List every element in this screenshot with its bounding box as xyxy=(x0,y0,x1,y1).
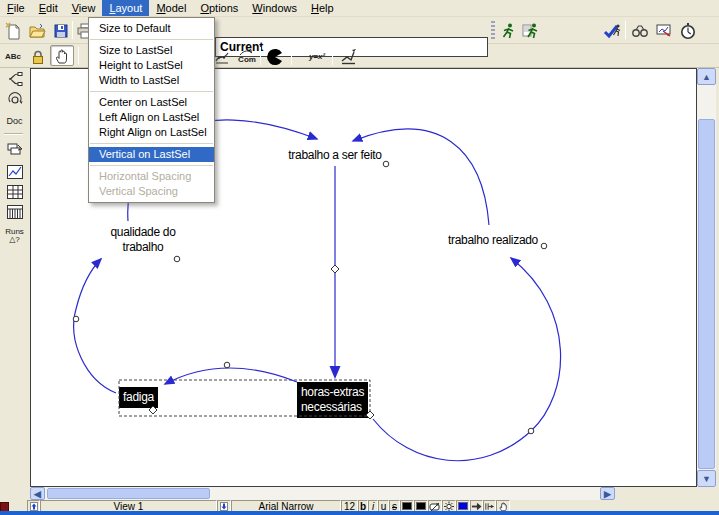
scroll-down-icon[interactable]: ▼ xyxy=(697,470,716,487)
causes-strip-icon[interactable] xyxy=(3,140,26,159)
table-time-icon[interactable] xyxy=(3,202,26,221)
menu-item-center-on-lastsel[interactable]: Center on LastSel xyxy=(89,95,214,110)
handle-circle[interactable] xyxy=(224,362,230,368)
arrow-horas-to-realizado[interactable] xyxy=(373,258,561,461)
equation-tool-icon[interactable]: y=x² xyxy=(306,46,328,67)
handle-circle[interactable] xyxy=(528,428,534,434)
menu-help[interactable]: Help xyxy=(304,0,341,16)
menu-file[interactable]: File xyxy=(0,0,32,16)
toolbar-separator xyxy=(291,47,292,65)
menu-separator xyxy=(90,143,213,144)
graph-tool-icon[interactable] xyxy=(3,162,26,181)
sketch-comment-tool-icon[interactable]: Com xyxy=(236,46,258,67)
menu-separator xyxy=(90,39,213,40)
vscroll-thumb[interactable] xyxy=(698,119,715,469)
toolbar-separator xyxy=(332,47,333,65)
menu-bar: File Edit View Layout Model Options Wind… xyxy=(0,0,719,17)
horizontal-scrollbar[interactable]: ◀ ▶ xyxy=(30,487,615,500)
runs-compare-icon[interactable]: Runs △? xyxy=(3,224,26,248)
window-bottom-border xyxy=(0,511,719,515)
node-trabalho-realizado[interactable]: trabalho realizado xyxy=(441,233,545,248)
sidebar-separator xyxy=(4,133,23,135)
run-batch-icon[interactable] xyxy=(520,20,542,41)
application-window: File Edit View Layout Model Options Wind… xyxy=(0,0,719,515)
handle-diamond[interactable] xyxy=(331,265,339,273)
node-horas-extras-selected[interactable]: horas-extras necessárias xyxy=(297,382,368,418)
check-model-icon[interactable] xyxy=(601,20,623,41)
arrow-fadiga-to-qualidade[interactable] xyxy=(74,259,116,393)
table-tool-icon[interactable] xyxy=(3,182,26,201)
synthesim-icon[interactable] xyxy=(629,20,651,41)
menu-item-vertical-spacing[interactable]: Vertical Spacing xyxy=(89,184,214,199)
toolbar-grip[interactable] xyxy=(491,21,495,39)
scroll-up-icon[interactable]: ▲ xyxy=(697,68,716,85)
scroll-right-icon[interactable]: ▶ xyxy=(600,487,615,500)
menu-item-left-align-on-lastsel[interactable]: Left Align on LastSel xyxy=(89,110,214,125)
menu-item-size-to-lastsel[interactable]: Size to LastSel xyxy=(89,43,214,58)
node-label-line: qualidade do xyxy=(97,225,189,240)
node-label-line: necessárias xyxy=(301,400,364,415)
node-trabalho-a-ser-feito[interactable]: trabalho a ser feito xyxy=(281,148,389,163)
menu-separator xyxy=(90,165,213,166)
input-output-tool-icon[interactable] xyxy=(212,46,234,67)
menu-item-width-to-lastsel[interactable]: Width to LastSel xyxy=(89,73,214,88)
toolbar-separator xyxy=(72,21,73,39)
scroll-left-icon[interactable]: ◀ xyxy=(30,487,45,500)
arrow-realizado-to-trabalho[interactable] xyxy=(353,129,489,225)
menu-separator xyxy=(90,91,213,92)
lock-tool-icon[interactable] xyxy=(27,46,49,67)
menu-item-height-to-lastsel[interactable]: Height to LastSel xyxy=(89,58,214,73)
analysis-sidebar: Doc Runs △? xyxy=(0,68,30,487)
toolbar-separator xyxy=(625,21,626,39)
node-label-line: horas-extras xyxy=(301,385,364,400)
handle-circle[interactable] xyxy=(73,316,79,322)
output-window-icon[interactable] xyxy=(653,20,675,41)
run-simulation-icon[interactable] xyxy=(497,20,519,41)
causes-tree-icon[interactable] xyxy=(3,69,26,88)
arrowhead-down xyxy=(330,366,341,379)
handle-circle[interactable] xyxy=(174,256,180,262)
menu-options[interactable]: Options xyxy=(193,0,245,16)
menu-windows[interactable]: Windows xyxy=(245,0,304,16)
layout-dropdown-menu: Size to Default Size to LastSel Height t… xyxy=(88,17,215,203)
vertical-scrollbar[interactable]: ▲ ▼ xyxy=(697,68,716,487)
toolbar-separator xyxy=(78,47,79,65)
menu-item-vertical-on-lastsel[interactable]: Vertical on LastSel xyxy=(89,147,214,162)
document-tool-icon[interactable]: Doc xyxy=(3,111,26,130)
loops-icon[interactable] xyxy=(3,89,26,108)
save-icon[interactable] xyxy=(50,20,72,41)
node-fadiga-selected[interactable]: fadiga xyxy=(119,387,158,408)
gauge-icon[interactable] xyxy=(677,20,699,41)
menu-item-size-to-default[interactable]: Size to Default xyxy=(89,21,214,36)
node-label-line: trabalho xyxy=(97,240,189,255)
polyline-arrow-tool-icon[interactable] xyxy=(337,46,359,67)
menu-view[interactable]: View xyxy=(65,0,103,16)
menu-layout[interactable]: Layout xyxy=(102,0,149,16)
menu-model[interactable]: Model xyxy=(149,0,193,16)
arrow-horas-to-fadiga[interactable] xyxy=(165,368,297,384)
move-hand-tool-icon[interactable] xyxy=(50,45,74,66)
menu-edit[interactable]: Edit xyxy=(32,0,65,16)
hscroll-thumb[interactable] xyxy=(47,488,210,499)
toolbar-separator xyxy=(260,47,261,65)
node-qualidade-do-trabalho[interactable]: qualidade do trabalho xyxy=(97,225,189,255)
open-file-icon[interactable] xyxy=(26,20,48,41)
menu-item-horizontal-spacing[interactable]: Horizontal Spacing xyxy=(89,169,214,184)
menu-item-right-align-on-lastsel[interactable]: Right Align on LastSel xyxy=(89,125,214,140)
new-file-icon[interactable] xyxy=(2,20,24,41)
variable-abc-tool-icon[interactable]: ABc xyxy=(2,46,24,67)
merge-pacman-tool-icon[interactable] xyxy=(264,46,286,67)
